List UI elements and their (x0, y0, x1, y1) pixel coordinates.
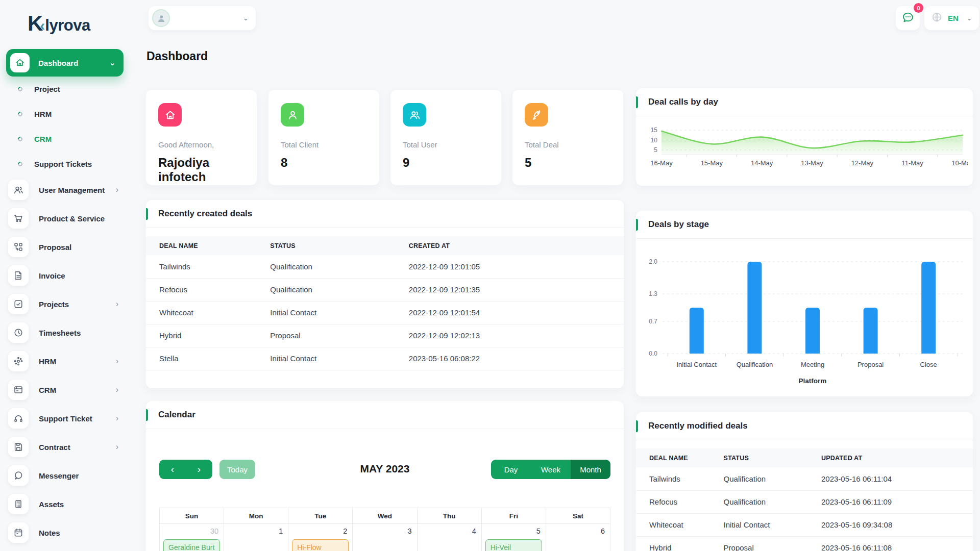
table-row: RefocusQualification2022-12-09 12:01:35 (146, 278, 624, 301)
calendar-day-cell[interactable]: 5Hi-Veil (481, 524, 546, 551)
table-row: TailwindsQualification2023-05-16 06:11:0… (636, 467, 973, 490)
sidebar-item-projects[interactable]: Projects› (0, 290, 131, 318)
sidebar-item-label: Proposal (39, 243, 71, 252)
sidebar-menu: User Management›Product & ServiceProposa… (0, 176, 131, 547)
sidebar-subitem-label: HRM (34, 110, 52, 118)
stat-card-total-deal: Total Deal5 (512, 90, 623, 185)
stat-card-total-client: Total Client8 (268, 90, 379, 185)
sidebar-item-hrm[interactable]: HRM› (0, 347, 131, 375)
table-cell: Initial Contact (724, 513, 821, 536)
sidebar-item-product-service[interactable]: Product & Service (0, 204, 131, 233)
sidebar-item-support-ticket[interactable]: Support Ticket› (0, 404, 131, 433)
stat-card-value: 8 (281, 156, 367, 170)
sidebar-subitem-label: CRM (34, 135, 52, 143)
calendar-view-week[interactable]: Week (531, 460, 571, 479)
calendar-day-cell[interactable]: 3 (353, 524, 417, 551)
card-title: Deals by stage (648, 219, 709, 230)
sidebar-item-label: Support Ticket (39, 414, 92, 423)
table-cell: Qualification (724, 490, 821, 513)
sidebar-subitem-hrm[interactable]: HRM (0, 102, 131, 127)
calendar-day-cell[interactable]: 2Hi-Flow (288, 524, 353, 551)
table-cell: Whitecoat (636, 513, 724, 536)
table-cell: Hybrid (146, 324, 270, 347)
globe-icon (931, 11, 943, 25)
table-cell: Qualification (270, 278, 408, 301)
calendar-view-day[interactable]: Day (491, 460, 531, 479)
sidebar-item-contract[interactable]: Contract› (0, 433, 131, 461)
table-cell: Initial Contact (270, 347, 408, 370)
bullet-ring-icon (17, 136, 23, 142)
table-cell: 2022-12-09 12:01:54 (409, 301, 624, 324)
calendar-icon (8, 522, 29, 543)
save-icon (8, 437, 29, 457)
users-icon (8, 180, 29, 200)
svg-text:Qualification: Qualification (737, 361, 773, 368)
table-row: RefocusQualification2023-05-16 06:11:09 (636, 490, 973, 513)
chevron-down-icon: ⌄ (243, 14, 249, 22)
svg-text:15-May: 15-May (701, 159, 723, 167)
card-title: Deal calls by day (648, 97, 718, 107)
sidebar-item-label: User Management (39, 186, 105, 194)
calendar-grid: SunMonTueWedThuFriSat 30Geraldine Burt12… (159, 508, 610, 551)
table-cell: Qualification (724, 467, 821, 490)
calendar-event[interactable]: Geraldine Burt (163, 539, 220, 551)
calendar-event[interactable]: Hi-Flow (292, 539, 349, 551)
app-logo: K‹lyrova (28, 11, 90, 36)
chevron-right-icon: › (116, 299, 118, 309)
table-cell: Stella (146, 347, 270, 370)
svg-text:0.0: 0.0 (649, 350, 657, 357)
svg-text:Proposal: Proposal (857, 361, 884, 368)
svg-text:Platform: Platform (799, 377, 827, 385)
sidebar-subitem-support-tickets[interactable]: Support Tickets (0, 152, 131, 177)
table-row: WhitecoatInitial Contact2023-05-16 09:34… (636, 513, 973, 536)
card-title: Calendar (158, 410, 195, 420)
calendar-day-cell[interactable]: 30Geraldine Burt (160, 524, 224, 551)
sidebar-item-notes[interactable]: Notes (0, 518, 131, 547)
headset-icon (8, 408, 29, 429)
sidebar-item-crm[interactable]: CRM› (0, 375, 131, 404)
sidebar-item-timesheets[interactable]: Timesheets (0, 318, 131, 347)
table-cell: 2022-12-09 12:02:13 (409, 324, 624, 347)
calendar-toolbar: ‹ › Today MAY 2023 DayWeekMonth (159, 460, 610, 479)
table-head: DEAL NAMESTATUSUPDATED AT (636, 448, 973, 467)
svg-text:11-May: 11-May (901, 159, 923, 167)
avatar (152, 9, 170, 27)
sidebar-item-user-management[interactable]: User Management› (0, 176, 131, 204)
calendar-day-cell[interactable]: 4 (417, 524, 481, 551)
sidebar-item-label: Product & Service (39, 214, 105, 223)
calendar-view-month[interactable]: Month (571, 460, 610, 479)
message-icon (901, 11, 915, 26)
table-column-header: CREATED AT (409, 236, 624, 255)
sidebar-item-label: Dashboard (38, 59, 78, 67)
dashboard-submenu: ProjectHRMCRMSupport Tickets (0, 77, 131, 177)
sidebar-item-dashboard[interactable]: Dashboard ⌄ (6, 49, 124, 77)
stat-card-total-user: Total User9 (390, 90, 501, 185)
table-cell: 2023-05-16 06:11:08 (821, 536, 973, 551)
calendar-day-cell[interactable]: 6 (546, 524, 610, 551)
table-cell: Whitecoat (146, 301, 270, 324)
sidebar-subitem-crm[interactable]: CRM (0, 127, 131, 152)
table-cell: 2022-12-09 12:01:35 (409, 278, 624, 301)
messages-button[interactable]: 0 (896, 6, 920, 30)
day-number: 6 (546, 524, 610, 537)
language-select[interactable]: EN ⌄ (924, 6, 979, 30)
sidebar-item-label: Invoice (39, 271, 65, 280)
weekday-header: Thu (417, 508, 481, 524)
sidebar-item-proposal[interactable]: Proposal (0, 233, 131, 261)
table-cell: Refocus (146, 278, 270, 301)
calendar-event[interactable]: Hi-Veil (485, 539, 542, 551)
svg-text:Close: Close (920, 361, 937, 368)
sidebar-item-invoice[interactable]: Invoice (0, 261, 131, 290)
table-column-header: DEAL NAME (636, 448, 724, 467)
sidebar-item-label: Timesheets (39, 329, 81, 337)
table-cell: Initial Contact (270, 301, 408, 324)
svg-text:16-May: 16-May (650, 159, 673, 167)
sidebar-item-assets[interactable]: Assets (0, 490, 131, 518)
calendar-day-cell[interactable]: 1 (224, 524, 288, 551)
sidebar-subitem-label: Project (34, 85, 60, 93)
workspace-select[interactable]: ⌄ (149, 6, 256, 30)
stat-card-value: Rajodiya infotech (158, 156, 244, 184)
sidebar-subitem-project[interactable]: Project (0, 77, 131, 102)
sidebar-item-messenger[interactable]: Messenger (0, 461, 131, 490)
svg-text:Meeting: Meeting (801, 361, 824, 368)
